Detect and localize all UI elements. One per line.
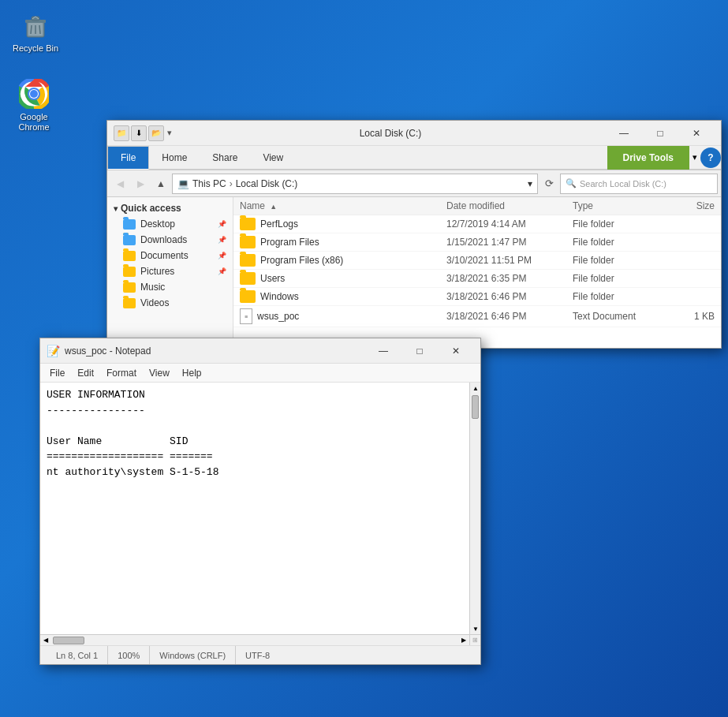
- notepad-maximize-button[interactable]: □: [401, 338, 438, 364]
- menu-file[interactable]: File: [43, 366, 71, 380]
- close-button[interactable]: ✕: [678, 121, 715, 146]
- file-size-cell: 1 KB: [667, 311, 715, 322]
- table-row[interactable]: Windows 3/18/2021 6:46 PM File folder: [233, 288, 721, 306]
- file-date-cell: 3/18/2021 6:35 PM: [446, 273, 573, 284]
- sidebar-item-downloads[interactable]: Downloads 📌: [107, 232, 233, 248]
- scroll-up-btn[interactable]: ▲: [470, 383, 480, 394]
- menu-help[interactable]: Help: [176, 366, 208, 380]
- notepad-minimize-button[interactable]: —: [365, 338, 401, 364]
- refresh-button[interactable]: ⟳: [539, 174, 558, 193]
- file-list-header: Name ▲ Date modified Type Size: [233, 197, 721, 215]
- ribbon-expand[interactable]: ▾: [693, 152, 697, 162]
- tab-home[interactable]: Home: [149, 146, 200, 170]
- quick-access-btn2[interactable]: ⬇: [131, 125, 147, 141]
- sidebar-item-pictures[interactable]: Pictures 📌: [107, 263, 233, 279]
- recycle-bin-label: Recycle Bin: [13, 43, 58, 54]
- scroll-right-btn[interactable]: ▶: [458, 635, 469, 646]
- notepad-scrollbar-horizontal[interactable]: ◀ ▶ ⊞: [40, 634, 480, 645]
- folder-icon: [240, 218, 256, 230]
- resize-icon: ⊞: [472, 637, 478, 644]
- sidebar-item-desktop[interactable]: Desktop 📌: [107, 216, 233, 232]
- up-button[interactable]: ▲: [151, 174, 170, 193]
- sidebar-documents-label: Documents: [140, 250, 189, 261]
- search-box[interactable]: 🔍 Search Local Disk (C:): [560, 174, 718, 194]
- address-dropdown-arrow[interactable]: ▾: [528, 178, 532, 189]
- file-date-cell: 3/18/2021 6:46 PM: [446, 311, 573, 322]
- scroll-thumb[interactable]: [472, 395, 479, 419]
- date-col-label: Date modified: [446, 200, 505, 211]
- quick-access-btn1[interactable]: 📁: [114, 125, 129, 141]
- maximize-button[interactable]: □: [642, 121, 678, 146]
- minimize-button[interactable]: —: [606, 121, 642, 146]
- tab-file[interactable]: File: [107, 146, 149, 170]
- statusbar-encoding: UTF-8: [236, 646, 279, 664]
- table-row[interactable]: PerfLogs 12/7/2019 4:14 AM File folder: [233, 215, 721, 233]
- notepad-title: wsus_poc - Notepad: [65, 345, 365, 357]
- help-button[interactable]: ?: [700, 148, 721, 168]
- menu-format[interactable]: Format: [100, 366, 143, 380]
- notepad-close-button[interactable]: ✕: [438, 338, 474, 364]
- scroll-left-btn[interactable]: ◀: [40, 635, 51, 646]
- file-name-label: Users: [260, 273, 285, 284]
- ribbon-tabs: File Home Share View Drive Tools ▾ ?: [107, 146, 721, 170]
- file-name-cell: Program Files: [240, 236, 446, 248]
- collapse-icon[interactable]: ▾: [114, 204, 118, 213]
- resize-corner[interactable]: ⊞: [469, 635, 480, 646]
- notepad-statusbar: Ln 8, Col 1 100% Windows (CRLF) UTF-8: [40, 645, 480, 664]
- file-name-cell: PerfLogs: [240, 218, 446, 230]
- pictures-folder-icon: [123, 267, 136, 277]
- chrome-icon[interactable]: Google Chrome: [6, 75, 62, 136]
- menu-view[interactable]: View: [143, 366, 176, 380]
- col-header-size[interactable]: Size: [667, 200, 715, 211]
- statusbar-line-ending: Windows (CRLF): [150, 646, 236, 664]
- music-folder-icon: [123, 282, 136, 293]
- table-row[interactable]: Program Files 1/15/2021 1:47 PM File fol…: [233, 233, 721, 252]
- tab-drive-tools[interactable]: Drive Tools: [607, 146, 689, 170]
- sort-arrow: ▲: [270, 203, 277, 211]
- notepad-scrollbar-vertical[interactable]: ▲ ▼: [469, 383, 480, 634]
- file-type-cell: Text Document: [573, 311, 667, 322]
- sidebar-pictures-label: Pictures: [140, 266, 174, 277]
- file-type-cell: File folder: [573, 255, 667, 266]
- notepad-textarea[interactable]: USER INFORMATION ---------------- User N…: [40, 383, 469, 634]
- tab-share[interactable]: Share: [200, 146, 250, 170]
- file-name-label: Program Files: [260, 237, 319, 248]
- scroll-thumb-h[interactable]: [53, 637, 84, 644]
- statusbar-position: Ln 8, Col 1: [47, 646, 108, 664]
- recycle-bin-icon[interactable]: Recycle Bin: [8, 6, 63, 57]
- col-header-date[interactable]: Date modified: [446, 200, 573, 211]
- table-row[interactable]: ≡ wsus_poc 3/18/2021 6:46 PM Text Docume…: [233, 306, 721, 327]
- sidebar-item-videos[interactable]: Videos: [107, 295, 233, 311]
- sidebar-videos-label: Videos: [140, 297, 169, 308]
- downloads-folder-icon: [123, 235, 136, 245]
- file-type-cell: File folder: [573, 218, 667, 230]
- forward-button[interactable]: ▶: [131, 174, 150, 193]
- file-date-cell: 1/15/2021 1:47 PM: [446, 237, 573, 248]
- back-button[interactable]: ◀: [110, 174, 129, 193]
- file-explorer-window: 📁 ⬇ 📂 ▾ Local Disk (C:) — □ ✕ File Home …: [106, 120, 722, 349]
- tab-view[interactable]: View: [250, 146, 296, 170]
- svg-line-4: [31, 25, 32, 34]
- scroll-down-btn[interactable]: ▼: [470, 623, 480, 634]
- menu-edit[interactable]: Edit: [71, 366, 100, 380]
- col-header-type[interactable]: Type: [573, 200, 667, 211]
- desktop-folder-icon: [123, 219, 136, 230]
- text-file-icon: ≡: [240, 308, 252, 324]
- sidebar-item-documents[interactable]: Documents 📌: [107, 248, 233, 263]
- quick-access-btn3[interactable]: 📂: [148, 125, 164, 141]
- explorer-titlebar: 📁 ⬇ 📂 ▾ Local Disk (C:) — □ ✕: [107, 121, 721, 146]
- quick-access-toolbar: 📁 ⬇ 📂 ▾: [114, 125, 172, 141]
- window-controls: — □ ✕: [606, 121, 715, 146]
- address-path[interactable]: 💻 This PC › Local Disk (C:) ▾: [172, 174, 538, 194]
- sidebar-item-music[interactable]: Music: [107, 279, 233, 295]
- table-row[interactable]: Program Files (x86) 3/10/2021 11:51 PM F…: [233, 252, 721, 270]
- file-type-cell: File folder: [573, 237, 667, 248]
- quick-access-more[interactable]: ▾: [167, 128, 172, 138]
- address-separator-icon: 💻: [177, 178, 189, 189]
- notepad-titlebar: 📝 wsus_poc - Notepad — □ ✕: [40, 338, 480, 364]
- file-name-label: wsus_poc: [257, 311, 299, 322]
- pin-icon: 📌: [218, 220, 226, 228]
- col-header-name[interactable]: Name ▲: [240, 200, 446, 211]
- size-col-label: Size: [696, 200, 715, 211]
- table-row[interactable]: Users 3/18/2021 6:35 PM File folder: [233, 270, 721, 288]
